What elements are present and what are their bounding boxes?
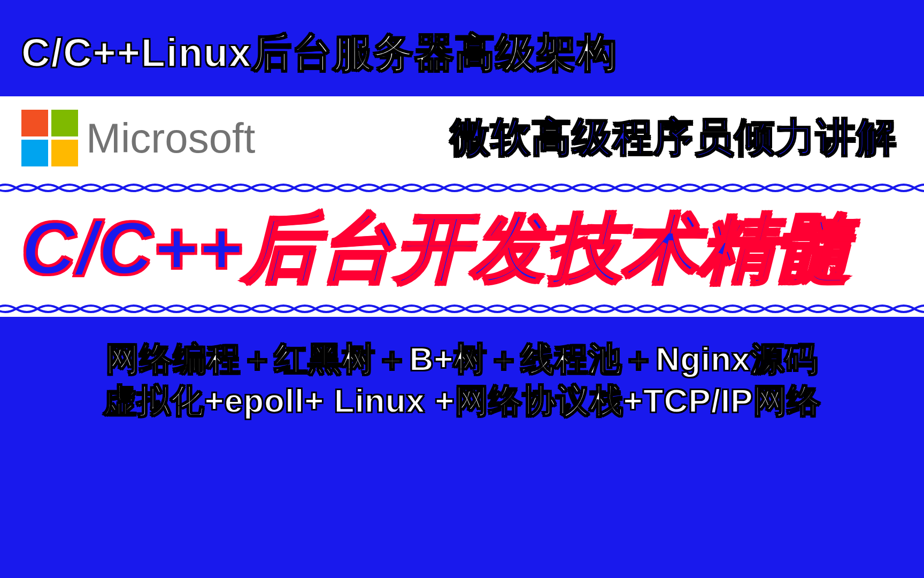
microsoft-logo: Microsoft [21, 110, 255, 166]
ms-square-blue [21, 140, 48, 166]
footer-topics-line2: 虚拟化+epoll+ Linux +网络协议栈+TCP/IP网络 [21, 380, 903, 422]
ms-square-red [21, 110, 48, 136]
microsoft-brand-text: Microsoft [86, 114, 255, 163]
footer-section: 网络编程＋红黑树＋B+树＋线程池＋Nginx源码 虚拟化+epoll+ Linu… [0, 317, 924, 432]
main-title-band: C/C++后台开发技术精髓 [0, 196, 924, 301]
ms-square-green [51, 110, 78, 136]
main-title: C/C++后台开发技术精髓 [21, 211, 903, 286]
header-title: C/C++Linux后台服务器高级架构 [21, 27, 903, 80]
ms-square-yellow [51, 140, 78, 166]
chain-divider-top [0, 180, 924, 196]
chain-divider-bottom [0, 301, 924, 317]
header-section: C/C++Linux后台服务器高级架构 [0, 0, 924, 96]
microsoft-logo-icon [21, 110, 78, 166]
presenter-text: 微软高级程序员倾力讲解 [450, 111, 897, 165]
footer-topics-line1: 网络编程＋红黑树＋B+树＋线程池＋Nginx源码 [21, 338, 903, 380]
logo-presenter-band: Microsoft 微软高级程序员倾力讲解 [0, 96, 924, 180]
